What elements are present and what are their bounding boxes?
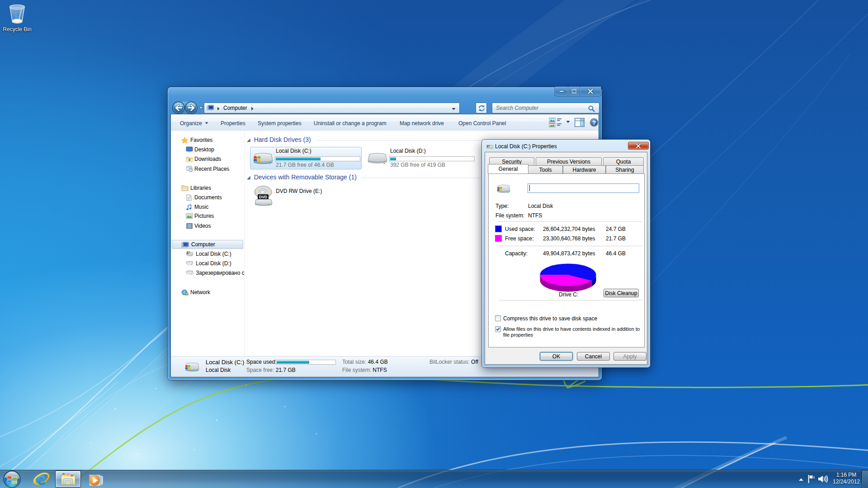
svg-text:?: ? — [592, 119, 596, 126]
svg-text:e: e — [37, 471, 46, 488]
svg-text:DVD: DVD — [259, 195, 267, 199]
